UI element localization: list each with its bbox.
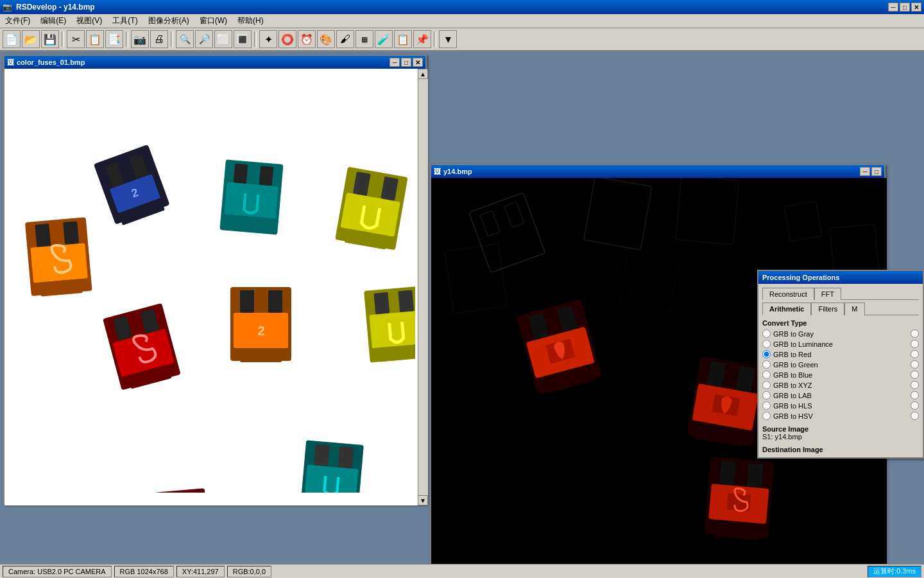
convert-type-label: Convert Type xyxy=(762,319,919,327)
y14-controls: ─ □ xyxy=(860,167,882,176)
toolbar-brush[interactable]: 🖌 xyxy=(336,30,354,48)
radio-grb-lab-label: GRB to LAB xyxy=(773,392,812,399)
tab-row-2: Arithmetic Filters M xyxy=(762,302,919,315)
scroll-track[interactable] xyxy=(418,79,428,505)
radio-grb-luminance: GRB to Luminance xyxy=(762,340,919,348)
tab-filters[interactable]: Filters xyxy=(811,302,844,315)
toolbar-cut[interactable]: ✂ xyxy=(67,30,85,48)
color-fuses-minimize[interactable]: ─ xyxy=(389,58,400,67)
svg-rect-19 xyxy=(63,221,79,245)
tab-more[interactable]: M xyxy=(844,302,864,315)
status-rgb-val-text: RGB:0,0,0 xyxy=(233,568,266,575)
radio-grb-lab-input[interactable] xyxy=(762,391,771,399)
radio-grb-xyz: GRB to XYZ xyxy=(762,381,919,389)
status-bar: Camera: USB2.0 PC CAMERA RGB 1024x768 XY… xyxy=(0,564,924,578)
tab-reconstruct[interactable]: Reconstruct xyxy=(762,288,814,300)
status-rgb-size-text: RGB 1024x768 xyxy=(120,568,168,575)
radio-right-4[interactable] xyxy=(911,360,919,369)
proc-ops-title: Processing Operations xyxy=(758,271,923,284)
status-filename: Camera: USB2.0 PC CAMERA xyxy=(3,566,112,577)
toolbar-extra[interactable]: ▾ xyxy=(439,30,457,48)
title-bar: 📷 RSDevelop - y14.bmp ─ □ ✕ xyxy=(0,0,924,14)
tab-arithmetic[interactable]: Arithmetic xyxy=(762,302,811,315)
radio-grb-luminance-input[interactable] xyxy=(762,340,771,348)
toolbar-color[interactable]: 🎨 xyxy=(317,30,335,48)
radio-right-3[interactable] xyxy=(911,350,919,358)
svg-rect-18 xyxy=(35,223,51,247)
radio-grb-hsv: GRB to HSV xyxy=(762,412,919,420)
app-maximize-btn[interactable]: □ xyxy=(900,3,910,12)
toolbar-open[interactable]: 📂 xyxy=(22,30,40,48)
toolbar-sep1 xyxy=(62,31,64,47)
app-title: RSDevelop - y14.bmp xyxy=(16,3,95,12)
color-fuses-image: 2 xyxy=(4,69,415,493)
radio-right-2[interactable] xyxy=(911,340,919,348)
menu-view[interactable]: 视图(V) xyxy=(71,14,107,28)
source-image-label: Source Image xyxy=(762,425,919,433)
toolbar-new[interactable]: 📄 xyxy=(3,30,21,48)
scroll-up-btn[interactable]: ▲ xyxy=(418,69,428,79)
toolbar-save[interactable]: 💾 xyxy=(41,30,59,48)
menu-analysis[interactable]: 图像分析(A) xyxy=(143,14,194,28)
radio-right-6[interactable] xyxy=(911,381,919,389)
radio-right-5[interactable] xyxy=(911,371,919,379)
toolbar-pin[interactable]: 📌 xyxy=(413,30,431,48)
toolbar-zoom-out[interactable]: 🔎 xyxy=(195,30,213,48)
menu-file[interactable]: 文件(F) xyxy=(0,14,35,28)
menu-window[interactable]: 窗口(W) xyxy=(194,14,232,28)
color-fuses-content: ▲ 2 xyxy=(4,69,428,505)
radio-grb-hsv-label: GRB to HSV xyxy=(773,412,813,420)
app-minimize-btn[interactable]: ─ xyxy=(888,3,898,12)
svg-rect-34 xyxy=(373,292,389,315)
radio-grb-blue-input[interactable] xyxy=(762,371,771,379)
toolbar-star[interactable]: ✦ xyxy=(259,30,277,48)
radio-grb-green-input[interactable] xyxy=(762,360,771,369)
svg-rect-29 xyxy=(268,290,282,313)
radio-grb-gray-label: GRB to Gray xyxy=(773,330,814,338)
main-area: 🖼 color_fuses_01.bmp ─ □ ✕ ▲ xyxy=(0,51,924,564)
radio-grb-hls-label: GRB to HLS xyxy=(773,402,812,410)
source-image-section: Source Image S1: y14.bmp xyxy=(762,425,919,441)
y14-minimize[interactable]: ─ xyxy=(860,167,870,176)
processing-ops-panel: Processing Operations Reconstruct FFT Ar… xyxy=(757,270,924,459)
radio-grb-hsv-input[interactable] xyxy=(762,412,771,420)
menu-help[interactable]: 帮助(H) xyxy=(232,14,269,28)
toolbar-print[interactable]: 🖨 xyxy=(150,30,168,48)
toolbar-copy[interactable]: 📋 xyxy=(86,30,104,48)
toolbar-capture[interactable]: 📷 xyxy=(131,30,149,48)
radio-right-1[interactable] xyxy=(911,329,919,338)
menu-tools[interactable]: 工具(T) xyxy=(107,14,142,28)
toolbar-flask[interactable]: 🧪 xyxy=(375,30,393,48)
svg-rect-28 xyxy=(240,290,254,313)
svg-rect-8 xyxy=(234,164,248,184)
radio-grb-luminance-label: GRB to Luminance xyxy=(773,340,833,348)
scroll-down-btn[interactable]: ▼ xyxy=(418,495,428,505)
toolbar-zoom-in[interactable]: 🔍 xyxy=(176,30,194,48)
y14-maximize[interactable]: □ xyxy=(871,167,882,176)
source-image-value: S1: y14.bmp xyxy=(762,433,919,441)
toolbar-circle[interactable]: ⭕ xyxy=(278,30,296,48)
toolbar-clock[interactable]: ⏰ xyxy=(298,30,316,48)
color-fuses-restore[interactable]: □ xyxy=(401,58,411,67)
app-close-btn[interactable]: ✕ xyxy=(911,3,921,12)
radio-grb-gray-input[interactable] xyxy=(762,329,771,338)
toolbar-noise[interactable]: ▦ xyxy=(355,30,373,48)
toolbar-select[interactable]: ⬜ xyxy=(214,30,232,48)
radio-grb-xyz-input[interactable] xyxy=(762,381,771,389)
radio-grb-hls-input[interactable] xyxy=(762,401,771,410)
tab-fft[interactable]: FFT xyxy=(814,288,841,300)
toolbar-region[interactable]: 🔳 xyxy=(234,30,252,48)
menu-edit[interactable]: 编辑(E) xyxy=(35,14,71,28)
svg-rect-20 xyxy=(30,243,87,283)
toolbar-notes[interactable]: 📋 xyxy=(394,30,412,48)
toolbar-paste[interactable]: 📑 xyxy=(105,30,123,48)
color-fuses-close[interactable]: ✕ xyxy=(413,58,423,67)
radio-right-8[interactable] xyxy=(911,401,919,410)
radio-right-9[interactable] xyxy=(911,412,919,420)
svg-rect-31 xyxy=(240,348,282,362)
svg-rect-71 xyxy=(747,463,764,488)
status-rgb-val: RGB:0,0,0 xyxy=(227,566,271,577)
radio-right-7[interactable] xyxy=(911,391,919,399)
radio-grb-red-input[interactable] xyxy=(762,350,771,358)
radio-grb-green: GRB to Green xyxy=(762,360,919,369)
